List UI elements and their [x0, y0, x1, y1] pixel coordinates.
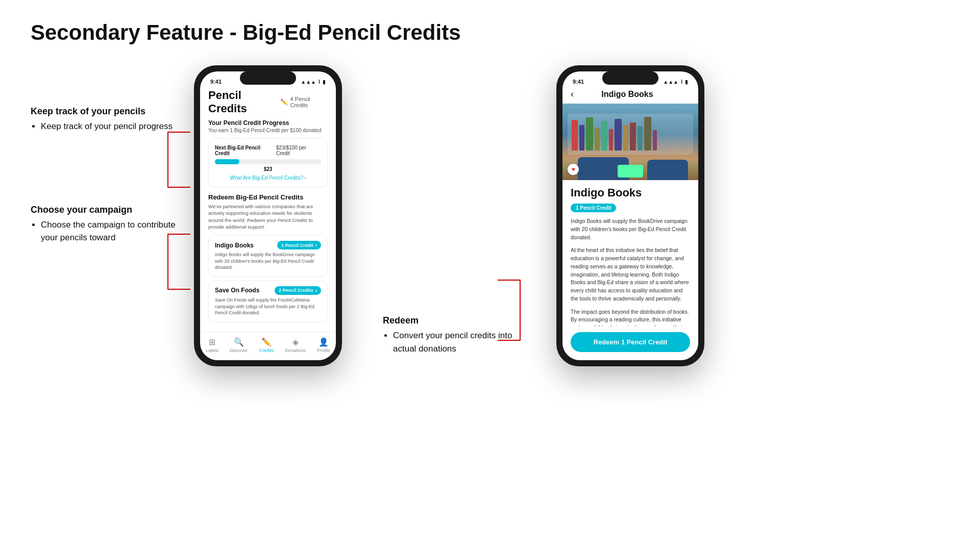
profile-icon: 👤	[318, 337, 329, 347]
store-desc-1: Indigo Books will supply the BookDrive c…	[571, 217, 690, 241]
progress-bar-bg	[215, 159, 321, 164]
pencil-credits-count: 4 Pencil Credits	[290, 96, 328, 108]
campaign2-name: Save On Foods	[215, 287, 259, 294]
pencil-icon: ✏️	[280, 98, 288, 106]
discover-icon: 🔍	[234, 337, 244, 347]
back-button[interactable]: ‹	[571, 89, 574, 99]
phone-1: 9:41 ▲▲▲ ⌇ ▮ Pencil Credits ✏️ 4 Pencil …	[194, 65, 342, 366]
track-annotation-title: Keep track of your pencils	[31, 106, 194, 117]
phone2-screen-title: Indigo Books	[578, 90, 677, 99]
nav-profile[interactable]: 👤 Profile	[317, 337, 330, 353]
campaign-card-2[interactable]: Save On Foods 2 Pencil Credits › Save On…	[208, 281, 328, 322]
status-time-2: 9:41	[573, 79, 584, 85]
progress-link[interactable]: What Are Big-Ed Pencil Credits? ›	[215, 175, 321, 181]
nav-latest-label: Latest	[206, 348, 218, 353]
progress-amount: $23	[215, 166, 321, 172]
campaign-annotation-title: Choose your campaign	[31, 205, 194, 215]
store-title: Indigo Books	[571, 186, 690, 199]
redeem-btn-container: Redeem 1 Pencil Credit	[562, 328, 698, 360]
wifi-icon-2: ⌇	[680, 79, 683, 85]
pencil-badge: ✏️ 4 Pencil Credits	[280, 96, 328, 108]
nav-profile-label: Profile	[317, 348, 330, 353]
phone2-nav: ‹ Indigo Books	[562, 87, 698, 104]
campaign2-badge: 2 Pencil Credits ›	[275, 286, 321, 295]
bookshelf-visual	[562, 104, 698, 180]
campaign1-badge: 1 Pencil Credit ›	[277, 241, 321, 249]
latest-icon: ⊞	[209, 337, 215, 347]
credits-icon: ✏️	[261, 337, 272, 347]
status-time-1: 9:41	[210, 79, 222, 85]
phone-2: 9:41 ▲▲▲ ⌇ ▮ ‹ Indigo Books	[556, 65, 704, 366]
campaign1-name: Indigo Books	[215, 242, 254, 249]
nav-discover-label: Discover	[230, 348, 248, 353]
store-credit-badge: 1 Pencil Credit	[571, 204, 616, 212]
store-desc-3: The impact goes beyond the distribution …	[571, 308, 690, 327]
nav-latest[interactable]: ⊞ Latest	[206, 337, 218, 353]
battery-icon-2: ▮	[685, 79, 688, 85]
phone2-content: Indigo Books 1 Pencil Credit Indigo Book…	[562, 180, 698, 328]
page-title: Secondary Feature - Big-Ed Pencil Credit…	[31, 20, 949, 45]
phone1-content: Your Pencil Credit Progress You earn 1 B…	[200, 119, 336, 332]
signal-icon-1: ▲▲▲	[301, 79, 316, 85]
heart-badge[interactable]: ♥	[568, 164, 579, 175]
progress-section-title: Your Pencil Credit Progress	[208, 119, 328, 127]
campaign-card-1[interactable]: Indigo Books 1 Pencil Credit › Indigo Bo…	[208, 235, 328, 277]
signal-icon-2: ▲▲▲	[663, 79, 678, 85]
donations-icon: ◈	[292, 337, 299, 347]
wifi-icon-1: ⌇	[318, 79, 321, 85]
heart-icon: ♥	[571, 166, 575, 173]
redeem-button[interactable]: Redeem 1 Pencil Credit	[571, 332, 690, 352]
phone-2-wrapper: 9:41 ▲▲▲ ⌇ ▮ ‹ Indigo Books	[556, 65, 704, 366]
track-annotation-item: Keep track of your pencil progress	[41, 120, 194, 133]
redeem-annotation-item: Convert your pencil credits into actual …	[393, 329, 516, 355]
progress-bar-fill	[215, 159, 239, 164]
campaign1-desc: Indigo Books will supply the BookDrive c…	[215, 252, 321, 271]
phone-notch	[240, 71, 296, 85]
bottom-nav-1: ⊞ Latest 🔍 Discover ✏️ Credits ◈	[200, 332, 336, 360]
progress-card: Next Big-Ed Pencil Credit $23/$100 per C…	[208, 138, 328, 187]
store-desc-2: At the heart of this initiative lies the…	[571, 246, 690, 303]
battery-icon-1: ▮	[323, 79, 326, 85]
progress-section-sub: You earn 1 Big-Ed Pencil Credit per $100…	[208, 128, 328, 133]
campaign2-desc: Save On Foods will supply the Food4Cafet…	[215, 297, 321, 316]
redeem-annotation-title: Redeem	[383, 315, 516, 326]
bracket-campaign	[167, 234, 190, 290]
redeem-section-desc: We've partnered with various companies t…	[208, 203, 328, 230]
phone2-notch	[602, 71, 658, 85]
nav-credits[interactable]: ✏️ Credits	[259, 337, 274, 353]
progress-next-label: Next Big-Ed Pencil Credit	[215, 145, 276, 156]
bracket-track	[167, 132, 190, 188]
progress-next-value: $23/$100 per Credit	[276, 145, 321, 156]
bracket-redeem	[498, 280, 521, 341]
phone1-header: Pencil Credits ✏️ 4 Pencil Credits	[200, 87, 336, 119]
nav-donations[interactable]: ◈ Donations	[285, 337, 306, 353]
nav-credits-label: Credits	[259, 348, 274, 353]
phone1-screen-title: Pencil Credits	[208, 89, 280, 115]
redeem-section-title: Redeem Big-Ed Pencil Credits	[208, 193, 328, 201]
store-image: ♥	[562, 104, 698, 180]
nav-donations-label: Donations	[285, 348, 306, 353]
nav-discover[interactable]: 🔍 Discover	[230, 337, 248, 353]
